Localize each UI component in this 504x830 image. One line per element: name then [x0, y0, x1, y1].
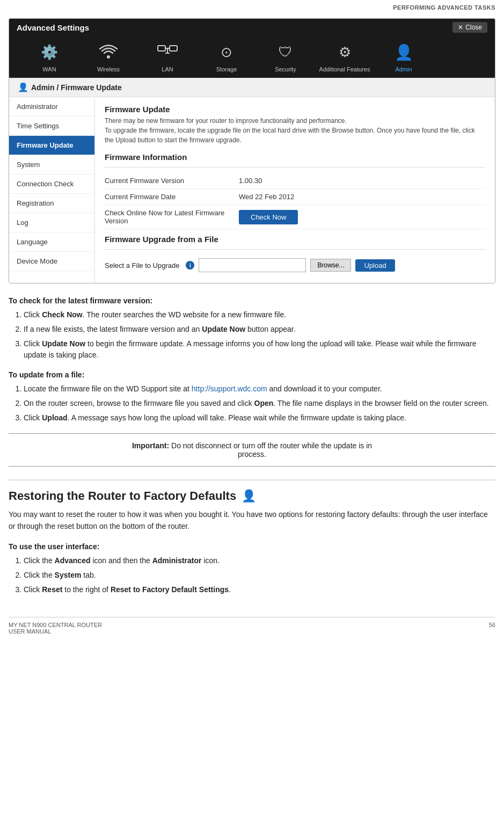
restoring-section: Restoring the Router to Factory Defaults… — [9, 479, 495, 595]
open-bold: Open — [254, 399, 274, 407]
footer-left: MY NET N900 CENTRAL ROUTERUSER MANUAL — [9, 622, 102, 635]
upload-row: Select a File to Upgrade i Browse... Upl… — [105, 255, 485, 275]
check-now-button[interactable]: Check Now — [239, 210, 298, 224]
breadcrumb-icon: 👤 — [18, 82, 28, 92]
list-item: Click Update Now to begin the firmware u… — [24, 338, 495, 361]
nav-security[interactable]: 🛡 Security — [256, 40, 315, 72]
sidebar: Administrator Time Settings Firmware Upd… — [9, 97, 95, 283]
modal-title: Advanced Settings — [17, 23, 89, 32]
upgrade-title: Firmware Upgrade from a File — [105, 235, 485, 244]
nav-wireless-label: Wireless — [97, 66, 120, 72]
header-title: PERFORMING ADVANCED TASKS — [393, 4, 495, 11]
nav-lan[interactable]: LAN — [138, 40, 197, 72]
nav-admin[interactable]: 👤 Admin — [374, 40, 433, 72]
sidebar-item-device-mode[interactable]: Device Mode — [9, 252, 94, 271]
firmware-version-row: Current Firmware Version 1.00.30 — [105, 173, 485, 189]
check-heading: To check for the latest firmware version… — [9, 296, 495, 305]
nav-icons-bar: ⚙️ WAN Wireless — [9, 36, 495, 78]
file-input[interactable] — [199, 258, 306, 272]
support-link[interactable]: http://support.wdc.com — [192, 384, 267, 393]
list-item: Click the Advanced icon and then the Adm… — [24, 555, 495, 566]
main-area: Administrator Time Settings Firmware Upd… — [9, 97, 495, 283]
firmware-info-title: Firmware Information — [105, 152, 485, 162]
admin-icon: 👤 — [392, 40, 415, 64]
firmware-version-value: 1.00.30 — [239, 177, 485, 185]
nav-storage-label: Storage — [216, 66, 237, 72]
sidebar-item-log[interactable]: Log — [9, 213, 94, 232]
firmware-date-label: Current Firmware Date — [105, 193, 239, 201]
file-heading: To update from a file: — [9, 370, 495, 379]
lan-icon — [156, 40, 179, 64]
page-header: PERFORMING ADVANCED TASKS — [0, 0, 504, 13]
restoring-body: You may want to reset the router to how … — [9, 508, 495, 533]
nav-security-label: Security — [275, 66, 296, 72]
close-x-icon: ✕ — [458, 24, 463, 31]
nav-wan-label: WAN — [42, 66, 56, 72]
sidebar-item-system[interactable]: System — [9, 155, 94, 174]
sidebar-item-administrator[interactable]: Administrator — [9, 97, 94, 117]
sidebar-item-firmware-update[interactable]: Firmware Update — [9, 136, 94, 155]
firmware-date-value: Wed 22 Feb 2012 — [239, 193, 485, 201]
list-item: Click Reset to the right of Reset to Fac… — [24, 584, 495, 595]
nav-wireless[interactable]: Wireless — [79, 40, 138, 72]
browse-button[interactable]: Browse... — [310, 259, 351, 272]
svg-rect-2 — [170, 46, 177, 51]
info-icon: i — [186, 261, 194, 270]
security-icon: 🛡 — [274, 40, 297, 64]
firmware-update-title: Firmware Update — [105, 105, 485, 114]
nav-wan[interactable]: ⚙️ WAN — [20, 40, 79, 72]
upload-bold: Upload — [42, 413, 67, 422]
restoring-title: Restoring the Router to Factory Defaults… — [9, 489, 495, 503]
check-online-label: Check Online Now for Latest Firmware Ver… — [105, 209, 239, 225]
check-online-row: Check Online Now for Latest Firmware Ver… — [105, 205, 485, 229]
sidebar-item-registration[interactable]: Registration — [9, 194, 94, 213]
important-label: Important: Do not disconnect or turn off… — [132, 441, 372, 458]
nav-additional-label: Additional Features — [319, 66, 370, 72]
list-item: Click the System tab. — [24, 570, 495, 581]
nav-storage[interactable]: ⊙ Storage — [197, 40, 256, 72]
list-item: If a new file exists, the latest firmwar… — [24, 324, 495, 335]
ui-steps-list: Click the Advanced icon and then the Adm… — [24, 555, 495, 595]
screenshot-container: Advanced Settings ✕ Close ⚙️ WAN Wireles… — [9, 18, 495, 283]
firmware-version-label: Current Firmware Version — [105, 177, 239, 185]
check-online-value: Check Now — [239, 210, 485, 224]
reset-factory-bold: Reset to Factory Default Settings — [111, 585, 229, 594]
storage-icon: ⊙ — [215, 40, 238, 64]
upload-button[interactable]: Upload — [355, 259, 395, 272]
breadcrumb: 👤 Admin / Firmware Update — [9, 78, 495, 97]
select-file-label: Select a File to Upgrade — [105, 261, 179, 270]
svg-rect-1 — [158, 46, 165, 51]
firmware-update-desc: There may be new firmware for your route… — [105, 116, 485, 145]
list-item: Click Check Now. The router searches the… — [24, 309, 495, 321]
firmware-date-row: Current Firmware Date Wed 22 Feb 2012 — [105, 189, 485, 205]
page-footer: MY NET N900 CENTRAL ROUTERUSER MANUAL 56 — [9, 617, 495, 639]
nav-admin-label: Admin — [395, 66, 412, 72]
wireless-icon — [97, 40, 120, 64]
ui-heading: To use the user interface: — [9, 542, 495, 551]
wan-icon: ⚙️ — [38, 40, 61, 64]
sidebar-item-connection-check[interactable]: Connection Check — [9, 174, 94, 194]
administrator-bold: Administrator — [152, 556, 202, 565]
close-label: Close — [465, 24, 482, 31]
svg-point-0 — [107, 55, 110, 59]
sidebar-item-language[interactable]: Language — [9, 232, 94, 252]
list-item: On the router screen, browse to the firm… — [24, 398, 495, 409]
modal-titlebar: Advanced Settings ✕ Close — [9, 19, 495, 36]
file-steps-list: Locate the firmware file on the WD Suppo… — [24, 383, 495, 424]
update-now-bold2: Update Now — [42, 339, 85, 348]
nav-additional[interactable]: ⚙ Additional Features — [315, 40, 374, 72]
check-steps-list: Click Check Now. The router searches the… — [24, 309, 495, 361]
close-button[interactable]: ✕ Close — [452, 22, 487, 33]
system-bold: System — [55, 571, 82, 579]
additional-icon: ⚙ — [333, 40, 356, 64]
important-box: Important: Do not disconnect or turn off… — [9, 433, 495, 467]
nav-lan-label: LAN — [162, 66, 173, 72]
check-now-bold: Check Now — [42, 310, 82, 319]
restoring-admin-icon: 👤 — [242, 489, 256, 503]
sidebar-item-time-settings[interactable]: Time Settings — [9, 117, 94, 136]
list-item: Click Upload. A message says how long th… — [24, 412, 495, 424]
update-now-bold: Update Now — [202, 325, 245, 333]
divider1 — [105, 167, 485, 168]
advanced-bold: Advanced — [55, 556, 91, 565]
footer-page-number: 56 — [489, 622, 495, 635]
